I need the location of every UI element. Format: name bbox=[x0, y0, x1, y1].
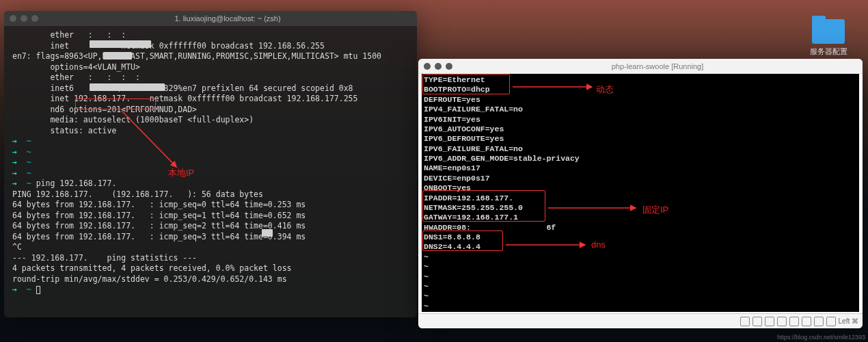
minimize-icon[interactable] bbox=[435, 63, 442, 70]
close-icon[interactable] bbox=[10, 15, 16, 22]
cursor-icon bbox=[36, 286, 40, 294]
toolbar-icon[interactable] bbox=[777, 317, 787, 326]
toolbar-icon[interactable] bbox=[752, 317, 762, 326]
folder-label: 服务器配置 bbox=[809, 47, 847, 57]
annotation-label-dynamic: 动态 bbox=[596, 83, 614, 96]
vm-toolbar[interactable]: Left ⌘ bbox=[418, 313, 863, 328]
vm-editor[interactable]: TYPE=Ethernet BOOTPROTO=dhcp DEFROUTE=ye… bbox=[422, 74, 859, 312]
toolbar-icon[interactable] bbox=[789, 317, 799, 326]
terminal-window-left[interactable]: 1. liuxiaojing@localhost: ~ (zsh) ether … bbox=[4, 11, 417, 317]
host-key-label: Left ⌘ bbox=[839, 317, 858, 325]
annotation-label-fixed-ip: 固定IP bbox=[642, 204, 668, 216]
vm-title-text: php-learn-swoole [Running] bbox=[458, 62, 857, 70]
minimize-icon[interactable] bbox=[21, 15, 27, 22]
annotation-label-local-ip: 本地IP bbox=[168, 167, 194, 179]
folder-icon bbox=[812, 19, 845, 44]
redaction bbox=[262, 229, 273, 237]
zoom-icon[interactable] bbox=[446, 63, 452, 70]
redaction bbox=[103, 52, 132, 60]
toolbar-icon[interactable] bbox=[814, 317, 824, 326]
desktop-folder[interactable]: 服务器配置 bbox=[809, 19, 847, 57]
titlebar[interactable]: 1. liuxiaojing@localhost: ~ (zsh) bbox=[4, 11, 417, 26]
traffic-lights[interactable] bbox=[424, 63, 452, 70]
close-icon[interactable] bbox=[424, 63, 431, 70]
toolbar-icon[interactable] bbox=[740, 317, 750, 326]
toolbar-icon[interactable] bbox=[765, 317, 774, 326]
vm-window-right[interactable]: php-learn-swoole [Running] TYPE=Ethernet… bbox=[418, 59, 863, 328]
watermark: https://blog.csdn.net/smile12393 bbox=[777, 334, 865, 341]
vm-titlebar[interactable]: php-learn-swoole [Running] bbox=[418, 59, 863, 74]
terminal-body[interactable]: ether : : : inet netmask 0xffffff00 broa… bbox=[4, 26, 417, 300]
annotation-label-dns: dns bbox=[591, 239, 606, 250]
zoom-icon[interactable] bbox=[31, 15, 38, 22]
toolbar-icon[interactable] bbox=[826, 317, 836, 326]
toolbar-icon[interactable] bbox=[802, 317, 811, 326]
redaction bbox=[90, 83, 165, 91]
window-title: 1. liuxiaojing@localhost: ~ (zsh) bbox=[44, 14, 411, 23]
traffic-lights[interactable] bbox=[10, 15, 38, 22]
redaction bbox=[90, 40, 151, 48]
